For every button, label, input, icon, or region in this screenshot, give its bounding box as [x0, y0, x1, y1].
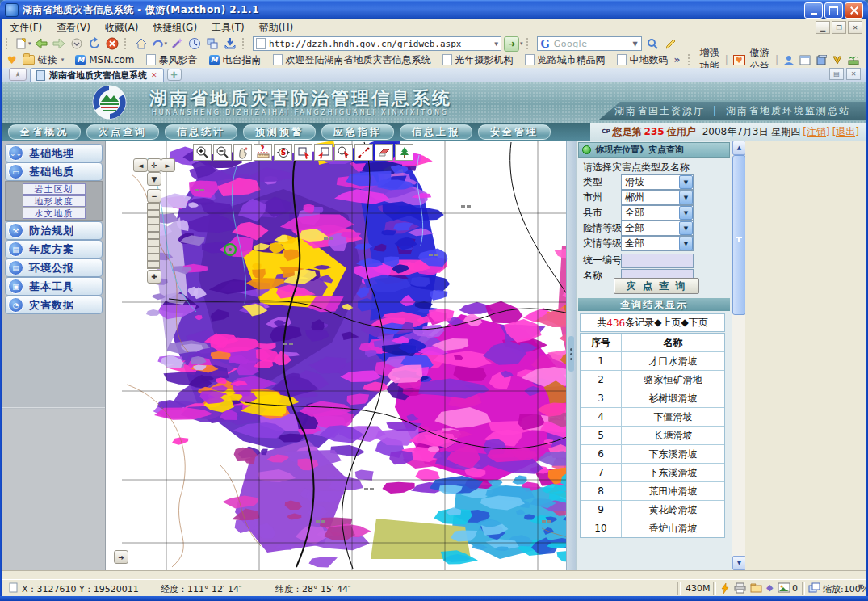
nav-tab-security[interactable]: 安全管理: [478, 124, 551, 140]
links-overflow-chevron[interactable]: »: [674, 54, 681, 65]
zoom-slider[interactable]: [147, 203, 160, 269]
messenger-icon[interactable]: [783, 55, 795, 65]
tab-list-button[interactable]: ▤: [829, 68, 844, 80]
filter-wand-icon[interactable]: [169, 36, 185, 51]
map-scale-icon[interactable]: S: [274, 144, 292, 161]
gem-icon[interactable]: ◆: [766, 582, 773, 593]
disaster-level-select[interactable]: 全部▼: [621, 236, 694, 251]
logout-link[interactable]: [注销]: [803, 125, 829, 139]
pen-tool-icon[interactable]: [832, 55, 843, 65]
menu-help[interactable]: 帮助(H): [252, 19, 300, 36]
nav-tab-statistics[interactable]: 信息统计: [165, 124, 237, 140]
pan-left-button[interactable]: ◄: [133, 158, 148, 172]
nav-tab-emergency[interactable]: 应急指挥: [321, 124, 394, 140]
sidebar-item-disaster-data[interactable]: ◔灾害数据: [5, 296, 103, 314]
uid-input[interactable]: [621, 254, 694, 268]
zoom-out-icon[interactable]: [213, 144, 232, 161]
table-row[interactable]: 6下东溪滑坡: [581, 444, 724, 463]
menu-tools[interactable]: 工具(T): [204, 19, 252, 36]
tab-close-icon[interactable]: ✕: [151, 71, 157, 79]
search-box[interactable]: G Google ▼: [537, 36, 642, 51]
sidebar-sub-hydrogeology[interactable]: 水文地质: [23, 208, 86, 219]
google-logo-icon[interactable]: G: [541, 38, 550, 50]
link-geo-env-station[interactable]: 湖南省地质环境监测总站: [726, 104, 850, 118]
link-land-resources-dept[interactable]: 湖南省国土资源厅: [614, 104, 705, 118]
maximize-button[interactable]: [824, 2, 843, 19]
county-select[interactable]: 全部▼: [621, 205, 694, 221]
table-row[interactable]: 9黄花岭滑坡: [581, 500, 724, 519]
chevron-down-icon[interactable]: ▼: [679, 237, 693, 250]
go-dropdown-icon[interactable]: ▾: [520, 40, 523, 47]
mdi-restore-button[interactable]: ❒: [832, 21, 846, 34]
history-dropdown-icon[interactable]: [69, 36, 85, 51]
table-row[interactable]: 10香炉山滑坡: [581, 519, 724, 537]
measure-distance-icon[interactable]: ?: [254, 144, 272, 161]
address-dropdown-icon[interactable]: ▼: [494, 40, 498, 48]
boss-key-bolt-icon[interactable]: [719, 582, 730, 597]
zoom-plus-button[interactable]: ✚: [147, 270, 161, 284]
close-button[interactable]: [845, 2, 863, 19]
chevron-down-icon[interactable]: ▼: [679, 206, 693, 220]
risk-level-select[interactable]: 全部▼: [621, 221, 694, 236]
eraser-icon[interactable]: [375, 144, 393, 161]
exit-link[interactable]: [退出]: [832, 125, 859, 139]
plugin-garden-icon[interactable]: [848, 55, 859, 65]
table-row[interactable]: 5长塘滑坡: [581, 426, 724, 444]
back-icon[interactable]: [33, 36, 49, 51]
pan-center-button[interactable]: ✛: [147, 158, 161, 172]
sidebar-sub-terrain-slope[interactable]: 地形坡度: [23, 195, 86, 207]
next-page-link[interactable]: ◆下页: [681, 316, 707, 330]
zoom-select-icon[interactable]: [334, 144, 353, 161]
query-button[interactable]: 灾 点 查 询: [614, 278, 699, 294]
notes-icon[interactable]: [816, 55, 827, 65]
link-city[interactable]: 览路城市精品网: [525, 53, 606, 67]
sidebar-sub-rock-zoning[interactable]: 岩土区划: [23, 183, 86, 195]
minimize-button[interactable]: [804, 2, 823, 19]
select-polygon-icon[interactable]: [314, 144, 333, 161]
image-filter-icon[interactable]: [778, 582, 790, 595]
folder-status-icon[interactable]: [750, 582, 762, 595]
table-row[interactable]: 3衫树塅滑坡: [581, 389, 724, 407]
pan-hand-icon[interactable]: [233, 144, 252, 161]
prev-page-link[interactable]: ◆上页: [654, 316, 681, 330]
window-panel-icon[interactable]: [799, 55, 811, 65]
tab-active[interactable]: 湖南省地质灾害信息系统 ✕: [30, 68, 164, 82]
link-msn[interactable]: MMSN.com: [75, 54, 134, 65]
pan-right-button[interactable]: ►: [161, 158, 175, 172]
layer-tree-icon[interactable]: [395, 144, 413, 161]
scroll-down-icon[interactable]: ▼: [732, 556, 746, 570]
table-row[interactable]: 8荒田冲滑坡: [581, 481, 724, 500]
mdi-close-button[interactable]: ✕: [848, 21, 862, 34]
nav-tab-forecast[interactable]: 预测预警: [243, 124, 316, 140]
undo-icon[interactable]: ▾: [151, 36, 168, 51]
link-baofeng[interactable]: 暴风影音: [146, 53, 198, 67]
menu-view[interactable]: 查看(V): [49, 19, 98, 36]
zoom-in-icon[interactable]: [193, 144, 212, 161]
table-row[interactable]: 4下僵滑坡: [581, 407, 724, 426]
link-groups-icon[interactable]: [204, 36, 220, 51]
chevron-down-icon[interactable]: ▼: [679, 191, 693, 204]
new-tab-button[interactable]: ✚: [167, 69, 182, 81]
printer-icon[interactable]: [734, 582, 746, 596]
go-button[interactable]: ➜: [504, 36, 519, 52]
download-icon[interactable]: [222, 36, 238, 51]
zoom-windows-icon[interactable]: [808, 582, 820, 595]
sidebar-item-basic-tools[interactable]: ▣基本工具: [5, 277, 103, 296]
sidebar-item-prevention-plan[interactable]: ⚒防治规划: [5, 221, 103, 240]
menu-favorites[interactable]: 收藏(A): [98, 19, 146, 36]
type-select[interactable]: 滑坡▼: [621, 174, 694, 190]
address-url[interactable]: http://dzzh.hndh.gov.cn/gridweb.aspx: [269, 39, 461, 49]
collapse-sidebar-button[interactable]: ➜: [114, 550, 128, 564]
draw-line-icon[interactable]: [354, 144, 373, 161]
table-row[interactable]: 7下东溪滑坡: [581, 463, 724, 481]
sidebar-item-base-geography[interactable]: ⌄⌄基础地理: [5, 144, 103, 162]
quick-access-star-icon[interactable]: ★: [9, 68, 27, 81]
link-radio[interactable]: M电台指南: [209, 53, 262, 67]
chevron-down-icon[interactable]: ▼: [679, 175, 693, 189]
sidebar-item-annual-plan[interactable]: ▤年度方案: [5, 240, 103, 258]
link-hunan-geo[interactable]: 欢迎登陆湖南省地质灾害信息系统: [273, 53, 431, 67]
zoom-minus-button[interactable]: −: [147, 189, 161, 203]
forward-icon[interactable]: [51, 36, 67, 51]
city-select[interactable]: 郴州▼: [621, 190, 694, 205]
refresh-icon[interactable]: [86, 36, 103, 51]
